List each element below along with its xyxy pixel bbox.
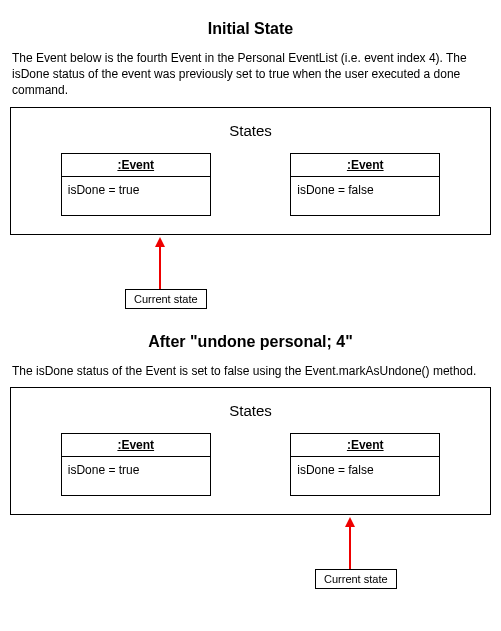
section2-event-right-head: :Event <box>291 434 439 457</box>
section1-event-left-head: :Event <box>62 154 210 177</box>
arrow-line-icon <box>159 247 161 289</box>
section1-states-label: States <box>21 122 480 139</box>
section1-desc: The Event below is the fourth Event in t… <box>12 50 489 99</box>
section2-states-box: States :Event isDone = true :Event isDon… <box>10 387 491 515</box>
section1-event-left-body: isDone = true <box>62 177 210 215</box>
section2-states-label: States <box>21 402 480 419</box>
section2-event-right: :Event isDone = false <box>290 433 440 496</box>
section2-pointer: Current state <box>10 515 491 595</box>
section2-event-right-body: isDone = false <box>291 457 439 495</box>
section1-current-state-label: Current state <box>125 289 207 309</box>
section2-desc: The isDone status of the Event is set to… <box>12 363 489 379</box>
section1-event-right-body: isDone = false <box>291 177 439 215</box>
section1-row: :Event isDone = true :Event isDone = fal… <box>21 153 480 216</box>
section1-title: Initial State <box>10 20 491 38</box>
arrow-head-icon <box>345 517 355 527</box>
section1-event-left: :Event isDone = true <box>61 153 211 216</box>
section2-current-state-label: Current state <box>315 569 397 589</box>
section2-event-left: :Event isDone = true <box>61 433 211 496</box>
section1-event-right: :Event isDone = false <box>290 153 440 216</box>
section2-title: After "undone personal; 4" <box>10 333 491 351</box>
section2-row: :Event isDone = true :Event isDone = fal… <box>21 433 480 496</box>
section1-pointer: Current state <box>10 235 491 315</box>
section2-event-left-body: isDone = true <box>62 457 210 495</box>
arrow-line-icon <box>349 527 351 569</box>
section1-states-box: States :Event isDone = true :Event isDon… <box>10 107 491 235</box>
section1-event-right-head: :Event <box>291 154 439 177</box>
section2-event-left-head: :Event <box>62 434 210 457</box>
arrow-head-icon <box>155 237 165 247</box>
